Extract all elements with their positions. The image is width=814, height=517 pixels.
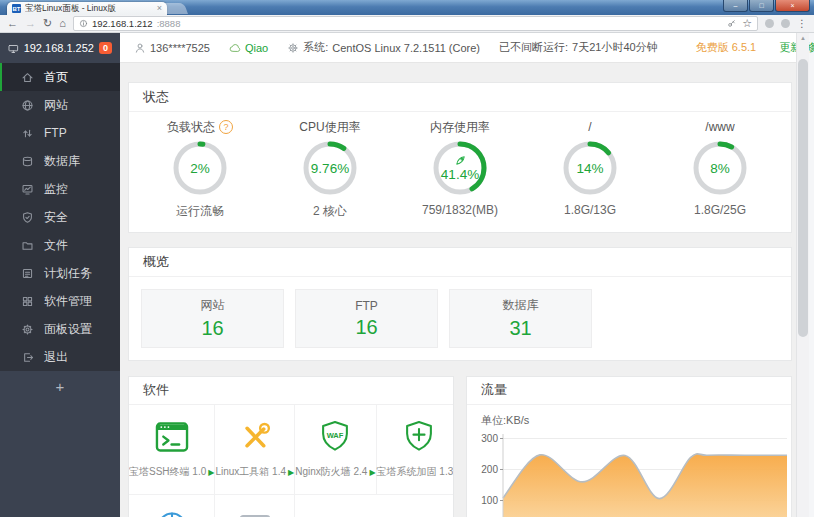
window-maximize-button[interactable]: □ [749, 0, 774, 12]
window-close-button[interactable]: × [775, 0, 810, 12]
shield-plus-icon [400, 418, 438, 456]
software-app-linux-toolbox[interactable]: Linux工具箱 1.4▶ [215, 405, 295, 495]
sidebar-item-cron[interactable]: 计划任务 [0, 259, 120, 287]
home-icon[interactable]: ⌂ [59, 18, 66, 29]
sidebar: 首页网站FTP数据库监控安全文件计划任务软件管理面板设置退出 + [0, 63, 120, 517]
account-item[interactable]: 136****7525 [134, 42, 210, 54]
tools-icon [236, 418, 274, 456]
overview-box-ftp[interactable]: FTP16 [295, 289, 438, 348]
monitor-icon [21, 183, 34, 196]
overview-box-sites[interactable]: 网站16 [141, 289, 284, 348]
software-title: 软件 [129, 377, 453, 405]
terminal-icon [153, 418, 191, 456]
software-app-nginx-waf[interactable]: WAFNginx防火墙 2.4▶ [295, 405, 376, 495]
software-app-app-partial-2[interactable] [215, 495, 295, 517]
sidebar-item-site[interactable]: 网站 [0, 91, 120, 119]
account-number: 136****7525 [150, 42, 210, 54]
page-scrollbar[interactable]: ▲ [796, 33, 809, 517]
software-app-label[interactable]: 宝塔SSH终端 1.0▶ [129, 465, 214, 479]
server-ip-block[interactable]: 192.168.1.252 0 [0, 33, 120, 63]
donut-chart: 2% [172, 140, 228, 196]
software-app-label[interactable]: Nginx防火墙 2.4▶ [295, 465, 375, 479]
user-icon [134, 42, 146, 54]
logout-icon [21, 351, 34, 364]
scrollbar-thumb[interactable] [798, 59, 808, 337]
ftp-icon [21, 127, 34, 140]
gauge-memory: 内存使用率41.4%759/1832(MB) [395, 119, 525, 220]
grid-icon [21, 295, 34, 308]
sidebar-item-home[interactable]: 首页 [0, 63, 120, 91]
cloud-icon [229, 42, 241, 54]
sidebar-item-database[interactable]: 数据库 [0, 147, 120, 175]
forward-icon[interactable]: → [25, 18, 36, 29]
sidebar-item-label: 数据库 [44, 153, 80, 170]
message-count-badge[interactable]: 0 [99, 42, 112, 55]
overview-box-label: 数据库 [503, 297, 539, 314]
uptime-value: 7天21小时40分钟 [572, 40, 658, 55]
key-icon[interactable] [727, 19, 736, 28]
sidebar-item-monitor[interactable]: 监控 [0, 175, 120, 203]
sidebar-item-label: 文件 [44, 237, 68, 254]
sidebar-item-config[interactable]: 面板设置 [0, 315, 120, 343]
shield-icon [21, 211, 34, 224]
task-icon [21, 267, 34, 280]
sidebar-item-label: 计划任务 [44, 265, 92, 282]
sidebar-item-security[interactable]: 安全 [0, 203, 120, 231]
donut-chart: 14% [562, 140, 618, 196]
play-icon: ▶ [288, 468, 294, 477]
new-tab-button[interactable] [161, 3, 188, 14]
url-bar[interactable]: 192.168.1.212 :8888 ☆ [73, 16, 758, 31]
status-card: 状态 负载状态?2%运行流畅CPU使用率9.76%2 核心内存使用率41.4%7… [128, 82, 792, 233]
gauge-label: / [588, 120, 591, 134]
sidebar-item-label: 网站 [44, 97, 68, 114]
scroll-up-icon[interactable]: ▲ [797, 33, 809, 43]
panel-app: 192.168.1.252 0 136****7525 Qiao 系统: Cen… [0, 33, 814, 517]
extension-icon[interactable] [765, 19, 774, 28]
svg-text:200: 200 [481, 464, 498, 475]
back-icon[interactable]: ← [7, 18, 18, 29]
window-icon [236, 508, 274, 517]
gauge-disk-root: /14%1.8G/13G [525, 119, 655, 220]
window-minimize-button[interactable]: – [723, 0, 748, 12]
bookmark-star-icon[interactable]: ☆ [742, 18, 752, 29]
extension-icon[interactable] [781, 19, 790, 28]
gauge-value: 9.76% [311, 161, 349, 176]
gauge-value: 14% [576, 161, 603, 176]
sidebar-item-logout[interactable]: 退出 [0, 343, 120, 371]
traffic-chart: 100200300 [467, 428, 791, 517]
home-icon [21, 71, 34, 84]
server-ip: 192.168.1.252 [24, 42, 94, 54]
gauge-subtext: 运行流畅 [176, 203, 224, 220]
software-card: 软件 宝塔SSH终端 1.0▶ Linux工具箱 1.4▶ WAFNginx防火… [128, 376, 454, 517]
sidebar-item-label: 监控 [44, 181, 68, 198]
sidebar-item-ftp[interactable]: FTP [0, 119, 120, 147]
software-app-label[interactable]: 宝塔系统加固 1.3▶ [377, 465, 454, 479]
sidebar-item-label: 软件管理 [44, 293, 92, 310]
folder-icon [21, 239, 34, 252]
software-app-ssh-terminal[interactable]: 宝塔SSH终端 1.0▶ [129, 405, 215, 495]
software-app-app-partial-1[interactable] [129, 495, 215, 517]
browser-menu-icon[interactable]: ⋮ [797, 19, 807, 29]
play-icon: ▶ [369, 468, 375, 477]
panel-version[interactable]: 免费版 6.5.1 [696, 40, 757, 55]
info-icon[interactable] [79, 19, 88, 28]
help-icon[interactable]: ? [219, 120, 233, 134]
donut-chart: 8% [692, 140, 748, 196]
software-app-system-hardening[interactable]: 宝塔系统加固 1.3▶ [377, 405, 454, 495]
reload-icon[interactable]: ↻ [43, 18, 52, 29]
database-icon [21, 155, 34, 168]
system-value: CentOS Linux 7.2.1511 (Core) [332, 42, 480, 54]
uptime-label: 已不间断运行: [499, 40, 568, 55]
sidebar-add-button[interactable]: + [0, 371, 120, 401]
overview-box-value: 31 [509, 317, 531, 340]
overview-box-databases[interactable]: 数据库31 [449, 289, 592, 348]
sidebar-item-files[interactable]: 文件 [0, 231, 120, 259]
browser-toolbar: ← → ↻ ⌂ 192.168.1.212 :8888 ☆ ⋮ [0, 15, 814, 33]
overview-box-value: 16 [201, 317, 223, 340]
browser-tab[interactable]: BT 宝塔Linux面板 - Linux版 × [7, 2, 167, 15]
overview-card: 概览 网站16FTP16数据库31 [128, 247, 792, 361]
nickname-item[interactable]: Qiao [229, 42, 268, 54]
software-app-label[interactable]: Linux工具箱 1.4▶ [215, 465, 294, 479]
sidebar-item-soft[interactable]: 软件管理 [0, 287, 120, 315]
traffic-title: 流量 [467, 377, 791, 405]
